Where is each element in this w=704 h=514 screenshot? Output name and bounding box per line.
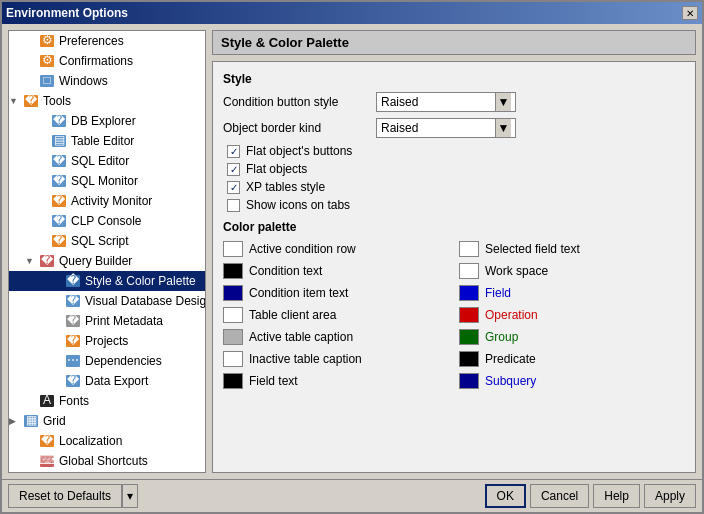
sidebar-item-data-export[interactable]: � Data Export bbox=[9, 371, 205, 391]
sidebar-item-sql-monitor[interactable]: � SQL Monitor bbox=[9, 171, 205, 191]
checkbox-row-flat-objects[interactable]: Flat objects bbox=[223, 162, 685, 176]
sidebar-item-style-color[interactable]: � Style & Color Palette bbox=[9, 271, 205, 291]
sidebar-item-projects[interactable]: � Projects bbox=[9, 331, 205, 351]
sidebar-item-windows[interactable]: □ Windows bbox=[9, 71, 205, 91]
palette-item-right-4: Group bbox=[459, 328, 685, 346]
checkbox-row-flat-objects-buttons[interactable]: Flat object's buttons bbox=[223, 144, 685, 158]
sidebar-item-sql-editor[interactable]: � SQL Editor bbox=[9, 151, 205, 171]
sidebar-label-style-color: Style & Color Palette bbox=[85, 274, 196, 288]
reset-button[interactable]: Reset to Defaults bbox=[8, 484, 122, 508]
checkbox-show-icons-tabs[interactable] bbox=[227, 199, 240, 212]
svg-text:�: � bbox=[67, 293, 80, 307]
expand-icon-query-builder: ▼ bbox=[25, 256, 35, 266]
svg-text:⚙: ⚙ bbox=[42, 53, 53, 67]
sidebar-item-find-option[interactable]: � Find Option bbox=[9, 471, 205, 473]
apply-button[interactable]: Apply bbox=[644, 484, 696, 508]
tree-icon-data-export: � bbox=[65, 373, 81, 389]
svg-text:⌨: ⌨ bbox=[39, 453, 55, 467]
close-button[interactable]: ✕ bbox=[682, 6, 698, 20]
checkbox-row-show-icons-tabs[interactable]: Show icons on tabs bbox=[223, 198, 685, 212]
sidebar-label-projects: Projects bbox=[85, 334, 128, 348]
sidebar-item-table-editor[interactable]: ▤ Table Editor bbox=[9, 131, 205, 151]
ok-button[interactable]: OK bbox=[485, 484, 526, 508]
palette-label-field: Field bbox=[485, 286, 511, 300]
tree-icon-sql-script: � bbox=[51, 233, 67, 249]
sidebar-label-confirmations: Confirmations bbox=[59, 54, 133, 68]
color-swatch-active-cond-row[interactable] bbox=[223, 241, 243, 257]
palette-label-active-cond-row: Active condition row bbox=[249, 242, 356, 256]
svg-text:⚙: ⚙ bbox=[42, 33, 53, 47]
help-button[interactable]: Help bbox=[593, 484, 640, 508]
palette-label-selected-field-text: Selected field text bbox=[485, 242, 580, 256]
svg-text:�: � bbox=[53, 173, 66, 187]
object-border-row: Object border kind Raised ▼ bbox=[223, 118, 685, 138]
svg-text:�: � bbox=[67, 333, 80, 347]
sidebar-item-localization[interactable]: � Localization bbox=[9, 431, 205, 451]
color-swatch-subquery[interactable] bbox=[459, 373, 479, 389]
condition-button-dropdown[interactable]: Raised ▼ bbox=[376, 92, 516, 112]
palette-item-right-1: Work space bbox=[459, 262, 685, 280]
tree-icon-visual-db: � bbox=[65, 293, 81, 309]
color-swatch-selected-field-text[interactable] bbox=[459, 241, 479, 257]
svg-text:�: � bbox=[53, 193, 66, 207]
palette-label-operation: Operation bbox=[485, 308, 538, 322]
sidebar-item-query-builder[interactable]: ▼ � Query Builder bbox=[9, 251, 205, 271]
sidebar-item-clp-console[interactable]: � CLP Console bbox=[9, 211, 205, 231]
sidebar-item-tools[interactable]: ▼ � Tools bbox=[9, 91, 205, 111]
panel-content: Style Condition button style Raised ▼ Ob… bbox=[212, 61, 696, 473]
svg-text:�: � bbox=[53, 213, 66, 227]
sidebar-item-db-explorer[interactable]: � DB Explorer bbox=[9, 111, 205, 131]
svg-text:�: � bbox=[53, 113, 66, 127]
sidebar-item-global-shortcuts[interactable]: ⌨ Global Shortcuts bbox=[9, 451, 205, 471]
color-swatch-active-table-caption[interactable] bbox=[223, 329, 243, 345]
sidebar-tree: ⚙ Preferences ⚙ Confirmations □ Windows▼… bbox=[8, 30, 206, 473]
palette-label-predicate: Predicate bbox=[485, 352, 536, 366]
sidebar-label-query-builder: Query Builder bbox=[59, 254, 132, 268]
palette-item-right-6: Subquery bbox=[459, 372, 685, 390]
color-swatch-field-text[interactable] bbox=[223, 373, 243, 389]
checkbox-flat-objects-buttons[interactable] bbox=[227, 145, 240, 158]
sidebar-item-grid[interactable]: ▶ ▦ Grid bbox=[9, 411, 205, 431]
sidebar-item-sql-script[interactable]: � SQL Script bbox=[9, 231, 205, 251]
object-border-dropdown[interactable]: Raised ▼ bbox=[376, 118, 516, 138]
checkbox-xp-tables-style[interactable] bbox=[227, 181, 240, 194]
color-swatch-predicate[interactable] bbox=[459, 351, 479, 367]
palette-item-right-3: Operation bbox=[459, 306, 685, 324]
reset-dropdown-arrow[interactable]: ▾ bbox=[122, 484, 138, 508]
sidebar-item-preferences[interactable]: ⚙ Preferences bbox=[9, 31, 205, 51]
color-swatch-condition-item-text[interactable] bbox=[223, 285, 243, 301]
sidebar-label-table-editor: Table Editor bbox=[71, 134, 134, 148]
color-swatch-group[interactable] bbox=[459, 329, 479, 345]
palette-label-condition-item-text: Condition item text bbox=[249, 286, 348, 300]
condition-button-row: Condition button style Raised ▼ bbox=[223, 92, 685, 112]
color-swatch-field[interactable] bbox=[459, 285, 479, 301]
color-swatch-condition-text[interactable] bbox=[223, 263, 243, 279]
checkbox-flat-objects[interactable] bbox=[227, 163, 240, 176]
cancel-button[interactable]: Cancel bbox=[530, 484, 589, 508]
color-swatch-inactive-table-caption[interactable] bbox=[223, 351, 243, 367]
sidebar-item-dependencies[interactable]: ⋯ Dependencies bbox=[9, 351, 205, 371]
tree-icon-style-color: � bbox=[65, 273, 81, 289]
palette-label-field-text: Field text bbox=[249, 374, 298, 388]
content-area: ⚙ Preferences ⚙ Confirmations □ Windows▼… bbox=[2, 24, 702, 479]
sidebar-item-activity-monitor[interactable]: � Activity Monitor bbox=[9, 191, 205, 211]
tree-icon-sql-editor: � bbox=[51, 153, 67, 169]
checkbox-row-xp-tables-style[interactable]: XP tables style bbox=[223, 180, 685, 194]
palette-item-left-2: Condition item text bbox=[223, 284, 449, 302]
checkbox-label-xp-tables-style: XP tables style bbox=[246, 180, 325, 194]
color-swatch-table-client-area[interactable] bbox=[223, 307, 243, 323]
color-swatch-work-space[interactable] bbox=[459, 263, 479, 279]
checkbox-label-show-icons-tabs: Show icons on tabs bbox=[246, 198, 350, 212]
tree-icon-global-shortcuts: ⌨ bbox=[39, 453, 55, 469]
palette-label-active-table-caption: Active table caption bbox=[249, 330, 353, 344]
tree-icon-print-metadata: � bbox=[65, 313, 81, 329]
tree-icon-fonts: A bbox=[39, 393, 55, 409]
sidebar-item-print-metadata[interactable]: � Print Metadata bbox=[9, 311, 205, 331]
tree-icon-db-explorer: � bbox=[51, 113, 67, 129]
palette-item-left-1: Condition text bbox=[223, 262, 449, 280]
sidebar-item-visual-db[interactable]: � Visual Database Designer bbox=[9, 291, 205, 311]
sidebar-item-fonts[interactable]: A Fonts bbox=[9, 391, 205, 411]
sidebar-item-confirmations[interactable]: ⚙ Confirmations bbox=[9, 51, 205, 71]
color-swatch-operation[interactable] bbox=[459, 307, 479, 323]
sidebar-label-fonts: Fonts bbox=[59, 394, 89, 408]
